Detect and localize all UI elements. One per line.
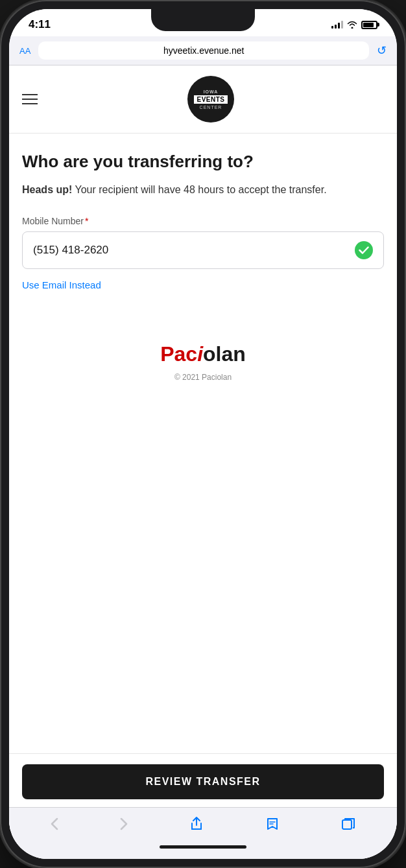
webpage: IOWA EVENTS CENTER Who are you transferr… [9, 65, 397, 859]
site-header: IOWA EVENTS CENTER [9, 65, 397, 134]
hamburger-line [22, 94, 38, 95]
page-title: Who are you transferring to? [22, 152, 384, 172]
home-bar [160, 845, 246, 849]
browser-refresh-button[interactable]: ↺ [377, 43, 387, 58]
main-content: Who are you transferring to? Heads up! Y… [9, 134, 397, 753]
phone-number-value: (515) 418-2620 [33, 244, 108, 257]
phone-input-field[interactable]: (515) 418-2620 [22, 231, 384, 269]
paciolan-pac-text: Pac [160, 342, 197, 366]
logo-container: IOWA EVENTS CENTER [38, 76, 384, 123]
back-button[interactable] [43, 815, 66, 833]
notch [151, 9, 255, 31]
status-icons [331, 21, 377, 29]
hamburger-line [22, 99, 38, 100]
wifi-icon [347, 21, 357, 29]
bottom-action-bar: REVIEW TRANSFER [9, 753, 397, 807]
valid-checkmark-icon [355, 241, 373, 259]
logo-center-text: CENTER [200, 105, 222, 110]
share-button[interactable] [182, 814, 211, 834]
home-indicator [9, 840, 397, 859]
bookmarks-button[interactable] [257, 814, 287, 834]
paciolan-logo: Paciolan [160, 342, 246, 366]
site-logo: IOWA EVENTS CENTER [187, 76, 234, 123]
browser-bar: AA hyveetix.evenue.net ↺ [9, 36, 397, 65]
logo-iowa-text: IOWA [204, 89, 219, 94]
status-bar: 4:11 [9, 9, 397, 36]
paciolan-olan-text: olan [203, 342, 246, 366]
logo-events-text: EVENTS [194, 95, 227, 104]
forward-button[interactable] [112, 815, 136, 833]
safari-toolbar [9, 807, 397, 840]
hamburger-line [22, 103, 38, 104]
status-time: 4:11 [29, 18, 51, 31]
phone-frame: 4:11 [0, 0, 406, 868]
info-body: Your recipient will have 48 hours to acc… [72, 184, 326, 195]
phone-screen: 4:11 [9, 9, 397, 859]
svg-rect-2 [342, 820, 352, 829]
required-indicator: * [85, 216, 88, 226]
browser-aa-button[interactable]: AA [19, 46, 30, 56]
copyright-text: © 2021 Paciolan [174, 373, 232, 382]
review-transfer-button[interactable]: REVIEW TRANSFER [22, 764, 384, 799]
info-bold: Heads up! [22, 184, 72, 195]
hamburger-menu-button[interactable] [22, 94, 38, 104]
signal-icon [331, 21, 343, 29]
tabs-button[interactable] [333, 814, 363, 834]
paciolan-section: Paciolan © 2021 Paciolan [22, 316, 384, 395]
mobile-number-label: Mobile Number* [22, 216, 384, 226]
browser-url[interactable]: hyveetix.evenue.net [38, 41, 369, 60]
use-email-link[interactable]: Use Email Instead [22, 279, 101, 290]
battery-icon [361, 21, 377, 29]
info-paragraph: Heads up! Your recipient will have 48 ho… [22, 182, 384, 198]
paciolan-i-text: i [197, 342, 203, 366]
